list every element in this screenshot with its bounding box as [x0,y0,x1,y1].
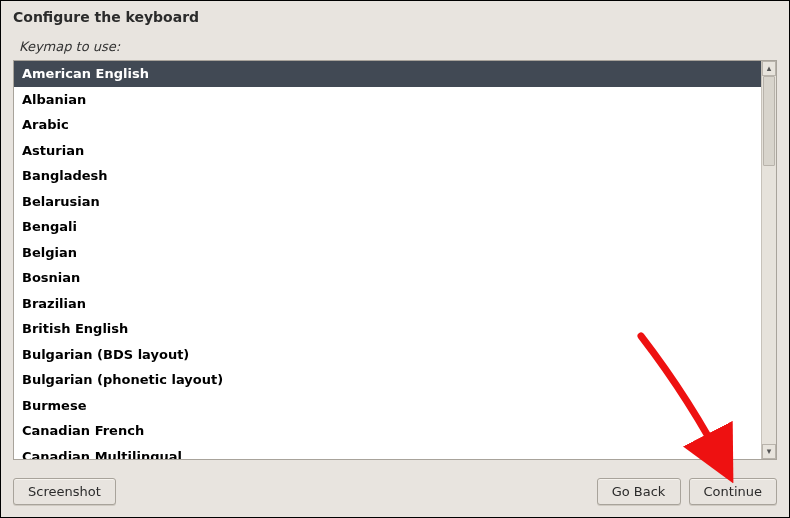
content-area: Keymap to use: American EnglishAlbanianA… [1,29,789,468]
list-item[interactable]: Canadian French [14,418,761,444]
button-bar: Screenshot Go Back Continue [1,468,789,517]
list-item[interactable]: Bosnian [14,265,761,291]
list-item[interactable]: Albanian [14,87,761,113]
scrollbar[interactable]: ▴ ▾ [761,61,776,459]
list-item[interactable]: British English [14,316,761,342]
list-item[interactable]: Canadian Multilingual [14,444,761,460]
list-item[interactable]: Belarusian [14,189,761,215]
list-item[interactable]: Brazilian [14,291,761,317]
list-item[interactable]: Bulgarian (BDS layout) [14,342,761,368]
list-item[interactable]: Asturian [14,138,761,164]
list-item[interactable]: Bengali [14,214,761,240]
list-item[interactable]: Burmese [14,393,761,419]
installer-window: Configure the keyboard Keymap to use: Am… [1,1,789,517]
scroll-up-button[interactable]: ▴ [762,61,776,76]
continue-button[interactable]: Continue [689,478,777,505]
keymap-label: Keymap to use: [13,29,777,60]
page-title: Configure the keyboard [1,1,789,29]
scroll-thumb[interactable] [763,76,775,166]
list-item[interactable]: Arabic [14,112,761,138]
keymap-list-frame: American EnglishAlbanianArabicAsturianBa… [13,60,777,460]
list-item[interactable]: American English [14,61,761,87]
list-item[interactable]: Bangladesh [14,163,761,189]
scroll-down-button[interactable]: ▾ [762,444,776,459]
list-item[interactable]: Bulgarian (phonetic layout) [14,367,761,393]
screenshot-button[interactable]: Screenshot [13,478,116,505]
go-back-button[interactable]: Go Back [597,478,681,505]
keymap-list[interactable]: American EnglishAlbanianArabicAsturianBa… [14,61,761,459]
list-item[interactable]: Belgian [14,240,761,266]
